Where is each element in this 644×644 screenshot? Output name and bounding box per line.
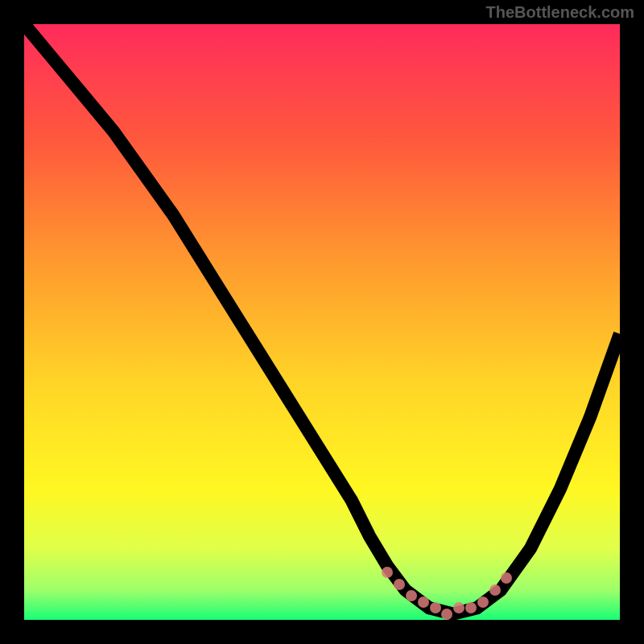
range-marker bbox=[465, 602, 477, 613]
watermark: TheBottleneck.com bbox=[486, 3, 634, 22]
range-marker bbox=[418, 597, 429, 608]
range-marker bbox=[382, 567, 393, 578]
range-marker bbox=[477, 597, 489, 608]
range-marker bbox=[501, 572, 512, 584]
range-marker bbox=[394, 579, 405, 590]
range-marker bbox=[406, 590, 417, 601]
marker-group bbox=[24, 24, 620, 620]
range-marker bbox=[489, 584, 501, 596]
plot-area bbox=[24, 24, 620, 620]
range-marker bbox=[441, 609, 452, 620]
range-marker bbox=[430, 602, 441, 613]
range-marker bbox=[453, 602, 464, 613]
